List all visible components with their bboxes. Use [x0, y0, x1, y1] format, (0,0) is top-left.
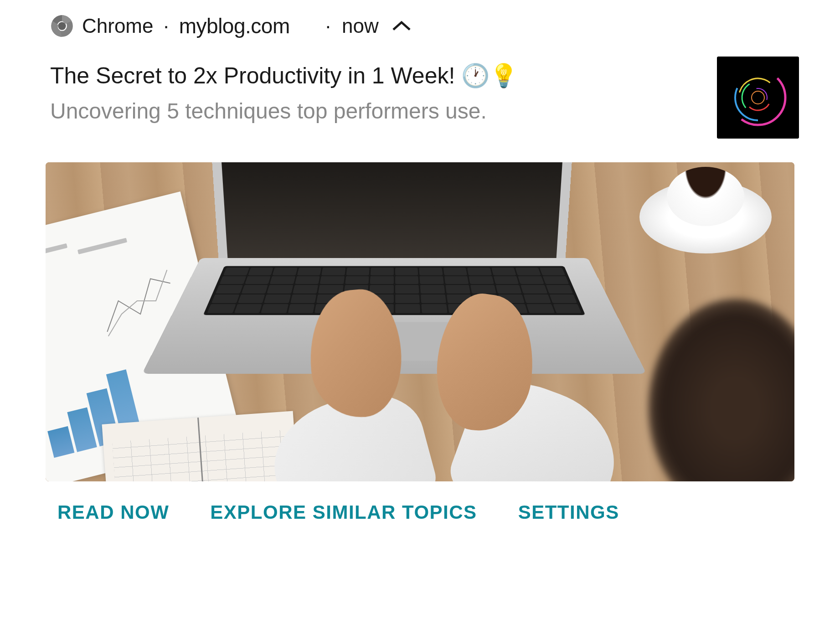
- explore-similar-button[interactable]: EXPLORE SIMILAR TOPICS: [210, 501, 477, 523]
- notification-title: The Secret to 2x Productivity in 1 Week!…: [50, 61, 699, 91]
- notification-content: The Secret to 2x Productivity in 1 Week!…: [23, 61, 817, 139]
- svg-rect-3: [717, 57, 799, 139]
- notification-actions: READ NOW EXPLORE SIMILAR TOPICS SETTINGS: [23, 501, 817, 523]
- timestamp-label: now: [342, 15, 379, 37]
- notification-card: Chrome · myblog.com · now The Secret to …: [0, 0, 840, 542]
- app-name-label: Chrome: [82, 15, 154, 37]
- read-now-button[interactable]: READ NOW: [57, 501, 169, 523]
- notification-banner-image: [46, 162, 794, 481]
- chrome-icon: [50, 14, 74, 38]
- notification-text-group: The Secret to 2x Productivity in 1 Week!…: [50, 61, 699, 125]
- chevron-up-icon[interactable]: [392, 20, 412, 32]
- settings-button[interactable]: SETTINGS: [518, 501, 619, 523]
- separator-dot: ·: [325, 15, 331, 37]
- notification-header: Chrome · myblog.com · now: [23, 14, 817, 38]
- notification-thumbnail: [717, 57, 799, 139]
- separator-dot: ·: [164, 15, 169, 37]
- notification-body: Uncovering 5 techniques top performers u…: [50, 97, 699, 125]
- domain-label: myblog.com: [179, 14, 290, 38]
